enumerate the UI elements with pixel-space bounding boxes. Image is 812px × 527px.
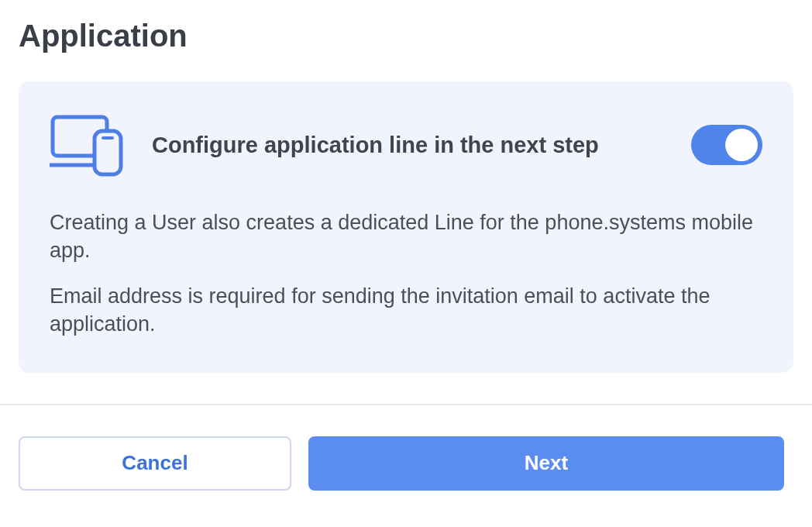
devices-icon — [50, 112, 124, 177]
card-description-2: Email address is required for sending th… — [50, 282, 762, 339]
divider — [0, 404, 812, 405]
card-title: Configure application line in the next s… — [152, 133, 663, 158]
card-header: Configure application line in the next s… — [50, 112, 762, 177]
card-description-1: Creating a User also creates a dedicated… — [50, 208, 762, 265]
page-title: Application — [19, 19, 793, 53]
next-button[interactable]: Next — [308, 436, 784, 491]
toggle-knob — [725, 129, 758, 161]
cancel-button[interactable]: Cancel — [19, 436, 291, 491]
configure-line-toggle[interactable] — [691, 125, 762, 165]
card-body: Creating a User also creates a dedicated… — [50, 208, 762, 339]
application-info-card: Configure application line in the next s… — [19, 81, 793, 373]
action-buttons: Cancel Next — [19, 436, 793, 491]
